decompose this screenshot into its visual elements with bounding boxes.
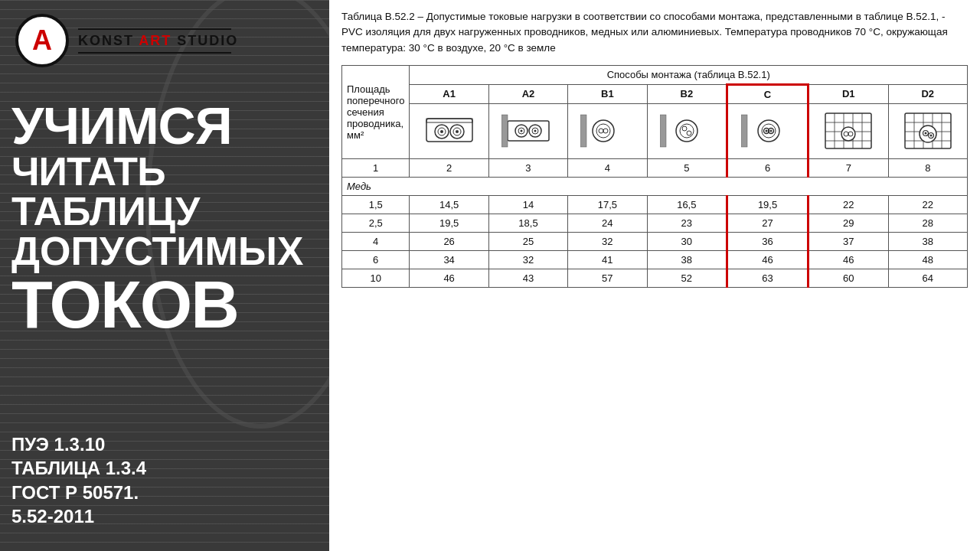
header-row-icons [342, 103, 968, 158]
header-row-numbers: 1 2 3 4 5 6 7 8 [342, 158, 968, 177]
icon-a1 [410, 103, 488, 158]
right-panel: Таблица В.52.2 – Допустимые токовые нагр… [329, 0, 980, 551]
table-body: Медь 1,5 14,5 14 17,5 16,5 19,5 22 22 2,… [342, 177, 968, 287]
col-header-c: C [727, 84, 808, 103]
cell-d2: 38 [888, 232, 967, 250]
svg-rect-15 [501, 115, 508, 147]
col-num-6: 7 [808, 158, 888, 177]
icon-d1 [808, 103, 888, 158]
cell-c: 46 [727, 250, 808, 269]
col-header-a2: A2 [488, 84, 567, 103]
cell-a1: 34 [410, 250, 488, 269]
main-title: УЧИМСЯ ЧИТАТЬ ТАБЛИЦУ ДОПУСТИМЫХ ТОКОВ [11, 99, 318, 338]
cell-a2: 18,5 [488, 214, 567, 232]
cell-c: 36 [727, 232, 808, 250]
cell-a2: 14 [488, 195, 567, 214]
cell-c: 63 [727, 269, 808, 287]
svg-rect-8 [508, 121, 549, 141]
logo-studio-text: KONST ART STUDIO [78, 33, 238, 49]
cell-c: 27 [727, 214, 808, 232]
cell-b2: 52 [647, 269, 727, 287]
svg-point-25 [687, 131, 691, 135]
cell-a1: 26 [410, 232, 488, 250]
cell-b1: 24 [568, 214, 647, 232]
table-row: 1,5 14,5 14 17,5 16,5 19,5 22 22 [342, 195, 968, 214]
svg-point-23 [680, 124, 694, 138]
svg-point-54 [924, 132, 926, 134]
logo-circle: A [15, 14, 69, 67]
svg-rect-16 [580, 115, 586, 147]
cell-a2: 43 [488, 269, 567, 287]
cell-b2: 23 [647, 214, 727, 232]
cell-d2: 22 [888, 195, 967, 214]
header-row-cols: A1 A2 B1 B2 C D1 D2 [342, 84, 968, 103]
icon-b2 [647, 103, 727, 158]
svg-point-30 [765, 129, 767, 132]
col-header-b1: B1 [568, 84, 647, 103]
title-line-3: ТАБЛИЦУ [11, 191, 318, 231]
svg-rect-21 [660, 115, 666, 147]
section-row-copper: Медь [342, 177, 968, 195]
cell-b2: 38 [647, 250, 727, 269]
col-header-a1: A1 [410, 84, 488, 103]
logo-line-top [78, 28, 231, 30]
cell-d2: 28 [888, 214, 967, 232]
cell-d1: 29 [808, 214, 888, 232]
logo-text-block: KONST ART STUDIO [78, 28, 238, 54]
ref-line-4: 5.52-2011 [11, 504, 146, 528]
svg-point-7 [456, 130, 459, 133]
table-row: 6 34 32 41 38 46 46 48 [342, 250, 968, 269]
cell-d1: 60 [808, 269, 888, 287]
description-text: Таблица В.52.2 – Допустимые токовые нагр… [341, 9, 968, 56]
main-table: Площадь поперечного сечения проводника, … [341, 65, 968, 288]
section-copper-label: Медь [342, 177, 968, 195]
cell-c: 19,5 [727, 195, 808, 214]
col-header-d1: D1 [808, 84, 888, 103]
cell-a2: 25 [488, 232, 567, 250]
svg-point-24 [682, 126, 687, 131]
cell-area: 4 [342, 232, 410, 250]
svg-point-4 [440, 130, 443, 133]
svg-point-22 [676, 120, 697, 142]
title-line-5: ТОКОВ [11, 271, 318, 338]
header-area: Площадь поперечного сечения проводника, … [342, 65, 410, 158]
cell-a2: 32 [488, 250, 567, 269]
cell-b1: 41 [568, 250, 647, 269]
col-num-2: 3 [488, 158, 567, 177]
title-line-2: ЧИТАТЬ [11, 152, 318, 191]
cell-d1: 46 [808, 250, 888, 269]
cell-area: 10 [342, 269, 410, 287]
cell-d2: 48 [888, 250, 967, 269]
cell-area: 2,5 [342, 214, 410, 232]
col-num-0: 1 [342, 158, 410, 177]
col-num-5: 6 [727, 158, 808, 177]
cell-b1: 32 [568, 232, 647, 250]
icon-a2 [488, 103, 567, 158]
table-row: 4 26 25 32 30 36 37 38 [342, 232, 968, 250]
cell-area: 1,5 [342, 195, 410, 214]
cell-a1: 46 [410, 269, 488, 287]
left-panel: A KONST ART STUDIO УЧИМСЯ ЧИТАТЬ ТАБЛИЦУ… [0, 0, 329, 551]
logo-line-bottom [78, 52, 231, 54]
cell-b1: 17,5 [568, 195, 647, 214]
svg-point-19 [599, 129, 603, 133]
bottom-refs: ПУЭ 1.3.10 ТАБЛИЦА 1.3.4 ГОСТ Р 50571. 5… [11, 432, 146, 528]
logo-area: A KONST ART STUDIO [15, 14, 238, 67]
icon-d2 [888, 103, 967, 158]
col-num-4: 5 [647, 158, 727, 177]
col-header-d2: D2 [888, 84, 967, 103]
table-row: 10 46 43 57 52 63 60 64 [342, 269, 968, 287]
table-wrapper: Площадь поперечного сечения проводника, … [341, 65, 968, 545]
svg-point-32 [769, 129, 772, 132]
ref-line-2: ТАБЛИЦА 1.3.4 [11, 456, 146, 480]
col-num-1: 2 [410, 158, 488, 177]
svg-point-11 [520, 129, 522, 132]
cell-d1: 22 [808, 195, 888, 214]
cell-area: 6 [342, 250, 410, 269]
cell-b1: 57 [568, 269, 647, 287]
header-row-top: Площадь поперечного сечения проводника, … [342, 65, 968, 84]
icon-c [727, 103, 808, 158]
header-methods: Способы монтажа (таблица В.52.1) [410, 65, 968, 84]
svg-point-14 [534, 129, 536, 132]
ref-line-3: ГОСТ Р 50571. [11, 481, 146, 504]
